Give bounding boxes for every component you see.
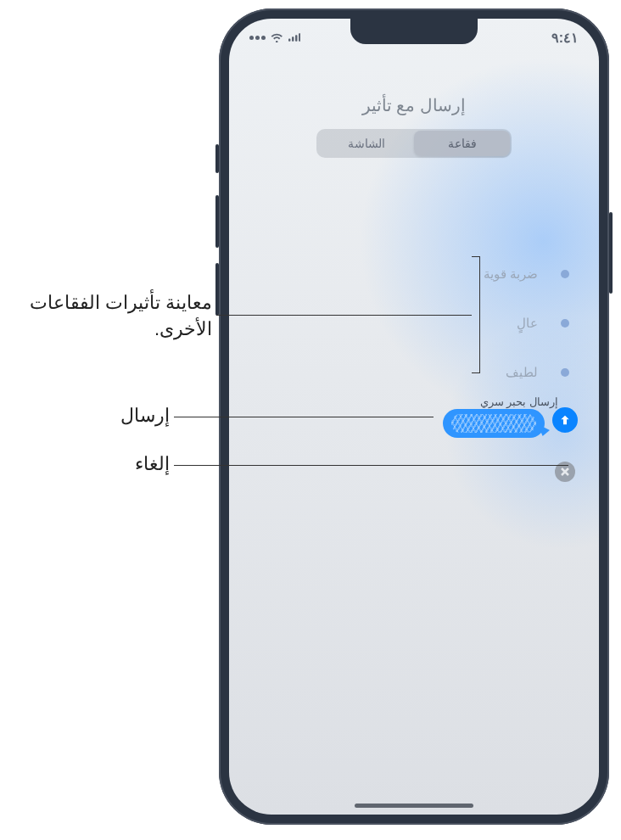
arrow-up-icon — [558, 413, 572, 427]
close-icon — [560, 467, 570, 477]
page-title: إرسال مع تأثير — [229, 95, 599, 115]
volume-down-button — [215, 263, 219, 316]
power-button — [609, 212, 613, 294]
callout-leader-send — [174, 417, 434, 417]
status-left — [249, 32, 300, 42]
callout-bracket — [472, 256, 480, 373]
callout-send: إرسال — [25, 403, 170, 429]
more-icon — [249, 36, 266, 40]
effect-gentle[interactable]: لطيف — [551, 348, 579, 397]
callout-cancel: إلغاء — [25, 451, 170, 478]
svg-rect-3 — [299, 33, 300, 42]
effect-label-gentle: لطيف — [506, 365, 538, 380]
tab-screen-label: الشاشة — [348, 137, 385, 150]
tab-bubble-label: فقاعة — [448, 137, 477, 150]
tab-bubble[interactable]: فقاعة — [414, 131, 510, 156]
effect-loud[interactable]: عالٍ — [551, 299, 579, 348]
home-indicator[interactable] — [355, 804, 473, 808]
svg-rect-1 — [292, 36, 294, 42]
volume-up-button — [215, 195, 219, 248]
cellular-icon — [288, 32, 301, 42]
ringer-switch — [215, 144, 219, 173]
message-bubble-invisible-ink[interactable] — [443, 409, 545, 438]
send-button[interactable] — [552, 407, 578, 433]
callout-leader-cancel — [174, 465, 568, 466]
effect-label-loud: عالٍ — [517, 316, 538, 331]
effect-slam[interactable]: ضربة قوية — [551, 249, 579, 299]
effect-scope-tabs: فقاعة الشاشة — [316, 129, 512, 158]
tab-screen[interactable]: الشاشة — [318, 131, 414, 156]
effect-label-invisible: إرسال بحبر سري — [480, 395, 558, 408]
effect-label-slam: ضربة قوية — [484, 266, 538, 282]
svg-rect-0 — [288, 39, 290, 42]
callout-preview: معاينة تأثيرات الفقاعات الأخرى. — [25, 290, 212, 343]
notch — [350, 19, 478, 44]
wifi-icon — [271, 32, 283, 42]
effect-dot-icon — [561, 319, 569, 328]
effect-dot-icon — [561, 368, 569, 377]
effect-dot-icon — [561, 270, 569, 278]
status-time: ٩:٤١ — [528, 30, 579, 46]
svg-rect-2 — [295, 35, 297, 42]
callout-leader-preview — [216, 315, 472, 316]
